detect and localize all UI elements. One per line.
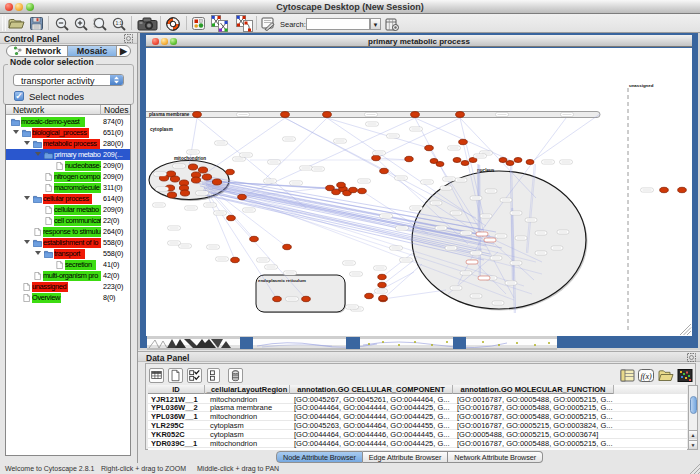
- svg-text:f(x): f(x): [641, 372, 652, 381]
- svg-text:unassigned: unassigned: [629, 83, 654, 88]
- svg-text:plasma membrane: plasma membrane: [149, 112, 190, 117]
- svg-text:cytoplasm: cytoplasm: [150, 127, 173, 132]
- svg-text:1:1: 1:1: [115, 20, 122, 26]
